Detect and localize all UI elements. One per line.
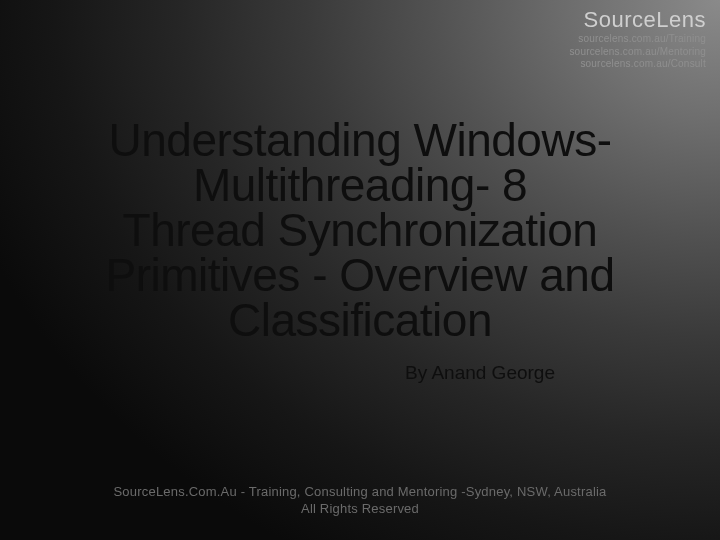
logo-url-mentoring: sourcelens.com.au/Mentoring	[569, 46, 706, 59]
logo-brand-a: Source	[584, 7, 657, 32]
logo-urls: sourcelens.com.au/Training sourcelens.co…	[569, 33, 706, 71]
footer: SourceLens.Com.Au - Training, Consulting…	[0, 483, 720, 518]
footer-line-2: All Rights Reserved	[0, 500, 720, 518]
title-line-5: Classification	[228, 294, 492, 346]
logo-block: SourceLens sourcelens.com.au/Training so…	[569, 8, 706, 71]
logo-brand-b: Lens	[656, 7, 706, 32]
footer-line-1: SourceLens.Com.Au - Training, Consulting…	[0, 483, 720, 501]
logo-brand: SourceLens	[569, 8, 706, 31]
slide-title: Understanding Windows- Multithreading- 8…	[0, 118, 720, 343]
author-byline: By Anand George	[0, 362, 720, 384]
logo-url-training: sourcelens.com.au/Training	[569, 33, 706, 46]
logo-url-consult: sourcelens.com.au/Consult	[569, 58, 706, 71]
title-heading: Understanding Windows- Multithreading- 8…	[0, 118, 720, 343]
